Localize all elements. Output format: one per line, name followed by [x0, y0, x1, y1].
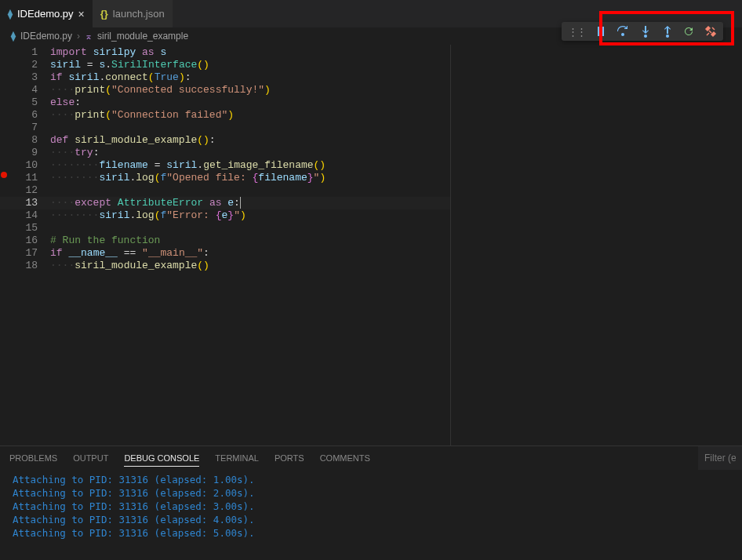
- breadcrumb-file[interactable]: IDEdemo.py: [20, 31, 72, 42]
- restart-button[interactable]: [682, 25, 695, 38]
- code-line[interactable]: 15: [0, 222, 450, 235]
- console-line: Attaching to PID: 31316 (elapsed: 4.00s)…: [13, 513, 729, 526]
- json-icon: {}: [100, 8, 108, 20]
- line-number[interactable]: 1: [8, 46, 50, 59]
- line-number[interactable]: 14: [8, 209, 50, 222]
- line-number[interactable]: 18: [8, 260, 50, 272]
- line-number[interactable]: 7: [8, 122, 50, 134]
- line-number[interactable]: 16: [8, 235, 50, 247]
- panel-tab[interactable]: DEBUG CONSOLE: [124, 450, 199, 467]
- code-line[interactable]: 11········siril.log(f"Opened file: {file…: [0, 172, 450, 184]
- line-number[interactable]: 3: [8, 71, 50, 84]
- code-line[interactable]: 13····except AttributeError as e:: [0, 197, 450, 209]
- code-line[interactable]: 3if siril.connect(True):: [0, 71, 450, 84]
- python-icon: ⧫: [11, 31, 16, 42]
- disconnect-button[interactable]: [704, 25, 717, 38]
- line-number[interactable]: 17: [8, 247, 50, 260]
- code-line[interactable]: 18····siril_module_example(): [0, 260, 450, 272]
- method-icon: ⌅: [85, 31, 93, 42]
- step-out-button[interactable]: [660, 25, 673, 38]
- code-content[interactable]: # Run the function: [50, 235, 160, 247]
- close-icon[interactable]: ×: [78, 8, 85, 20]
- code-line[interactable]: 14········siril.log(f"Error: {e}"): [0, 209, 450, 222]
- editor-tab[interactable]: ⧫IDEdemo.py×: [0, 0, 93, 27]
- step-into-button[interactable]: [638, 25, 651, 38]
- debug-toolbar[interactable]: ⋮⋮: [562, 22, 723, 41]
- panel-tab[interactable]: COMMENTS: [320, 450, 370, 466]
- console-line: Attaching to PID: 31316 (elapsed: 1.00s)…: [13, 473, 729, 486]
- console-line: Attaching to PID: 31316 (elapsed: 5.00s)…: [13, 526, 729, 540]
- tab-label: launch.json: [113, 8, 165, 20]
- code-content[interactable]: ····try:: [50, 147, 99, 159]
- code-content[interactable]: ····siril_module_example(): [50, 260, 209, 272]
- editor-area: 1import sirilpy as s2siril = s.SirilInte…: [0, 45, 742, 445]
- chevron-right-icon: ›: [77, 31, 80, 42]
- code-content[interactable]: ····print("Connection failed"): [50, 109, 234, 122]
- code-line[interactable]: 10········filename = siril.get_image_fil…: [0, 159, 450, 172]
- pause-button[interactable]: [595, 25, 607, 38]
- code-line[interactable]: 7: [0, 122, 450, 134]
- line-number[interactable]: 2: [8, 59, 50, 71]
- line-number[interactable]: 12: [8, 184, 50, 197]
- breakpoint-icon[interactable]: [1, 172, 7, 178]
- panel-tab[interactable]: TERMINAL: [215, 450, 259, 466]
- code-line[interactable]: 2siril = s.SirilInterface(): [0, 59, 450, 71]
- svg-point-2: [666, 35, 669, 38]
- breakpoint-gutter[interactable]: [0, 172, 8, 178]
- panel-tabs: PROBLEMSOUTPUTDEBUG CONSOLETERMINALPORTS…: [0, 446, 742, 470]
- code-line[interactable]: 8def siril_module_example():: [0, 134, 450, 147]
- drag-handle-icon[interactable]: ⋮⋮: [568, 26, 585, 38]
- code-content[interactable]: ····except AttributeError as e:: [50, 197, 241, 209]
- code-content[interactable]: if __name__ == "__main__":: [50, 247, 209, 260]
- code-editor[interactable]: 1import sirilpy as s2siril = s.SirilInte…: [0, 45, 450, 445]
- line-number[interactable]: 5: [8, 96, 50, 109]
- code-content[interactable]: def siril_module_example():: [50, 134, 216, 147]
- console-line: Attaching to PID: 31316 (elapsed: 3.00s)…: [13, 500, 729, 513]
- panel-tab[interactable]: PORTS: [275, 450, 304, 466]
- tab-label: IDEdemo.py: [17, 8, 74, 20]
- line-number[interactable]: 8: [8, 134, 50, 147]
- panel-tab[interactable]: PROBLEMS: [9, 450, 57, 466]
- console-line: Attaching to PID: 31316 (elapsed: 2.00s)…: [13, 486, 729, 500]
- code-line[interactable]: 1import sirilpy as s: [0, 46, 450, 59]
- panel-filter-input[interactable]: [698, 446, 742, 470]
- editor-right-pane: [450, 45, 742, 445]
- code-line[interactable]: 16# Run the function: [0, 235, 450, 247]
- bottom-panel: PROBLEMSOUTPUTDEBUG CONSOLETERMINALPORTS…: [0, 445, 742, 560]
- code-line[interactable]: 5else:: [0, 96, 450, 109]
- debug-console-output[interactable]: Attaching to PID: 31316 (elapsed: 1.00s)…: [0, 470, 742, 560]
- line-number[interactable]: 11: [8, 172, 50, 184]
- line-number[interactable]: 4: [8, 84, 50, 96]
- line-number[interactable]: 9: [8, 147, 50, 159]
- editor-tab[interactable]: {}launch.json: [93, 0, 173, 27]
- code-line[interactable]: 12: [0, 184, 450, 197]
- line-number[interactable]: 10: [8, 159, 50, 172]
- breadcrumb-symbol[interactable]: siril_module_example: [97, 31, 188, 42]
- code-content[interactable]: if siril.connect(True):: [50, 71, 191, 84]
- svg-point-1: [644, 35, 647, 38]
- code-content[interactable]: ········siril.log(f"Error: {e}"): [50, 209, 246, 222]
- panel-tab[interactable]: OUTPUT: [73, 450, 108, 466]
- code-line[interactable]: 4····print("Connected successfully!"): [0, 84, 450, 96]
- line-number[interactable]: 15: [8, 222, 50, 235]
- code-line[interactable]: 6····print("Connection failed"): [0, 109, 450, 122]
- code-content[interactable]: import sirilpy as s: [50, 46, 166, 59]
- code-content[interactable]: siril = s.SirilInterface(): [50, 59, 209, 71]
- code-content[interactable]: ········filename = siril.get_image_filen…: [50, 159, 326, 172]
- code-line[interactable]: 9····try:: [0, 147, 450, 159]
- code-content[interactable]: ········siril.log(f"Opened file: {filena…: [50, 172, 326, 184]
- svg-point-0: [621, 33, 624, 36]
- code-line[interactable]: 17if __name__ == "__main__":: [0, 247, 450, 260]
- line-number[interactable]: 6: [8, 109, 50, 122]
- step-over-button[interactable]: [617, 25, 629, 38]
- code-content[interactable]: ····print("Connected successfully!"): [50, 84, 271, 96]
- line-number[interactable]: 13: [8, 197, 50, 209]
- code-content[interactable]: else:: [50, 96, 81, 109]
- python-icon: ⧫: [8, 9, 13, 20]
